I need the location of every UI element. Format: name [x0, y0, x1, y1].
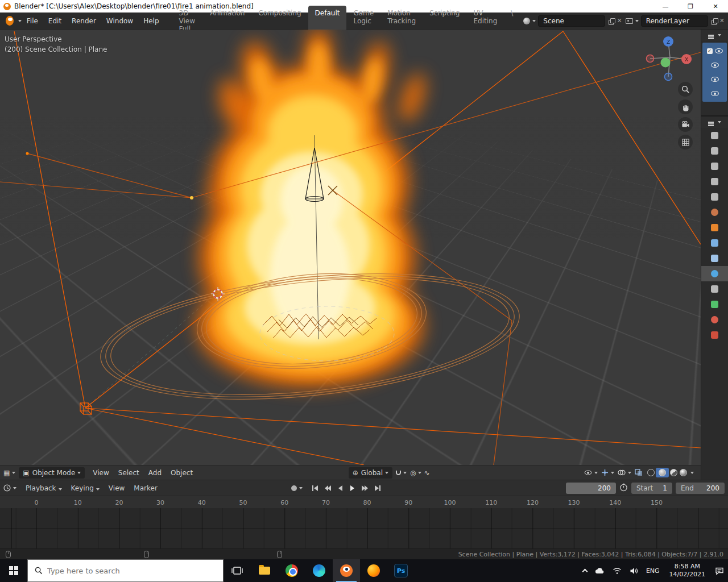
onedrive-icon[interactable]: [591, 559, 609, 582]
viewport-menu-item[interactable]: View: [88, 469, 113, 477]
blender-menu-icon[interactable]: [6, 16, 14, 26]
play-button[interactable]: [347, 483, 358, 493]
viewport-menu-item[interactable]: Select: [114, 469, 144, 477]
timeline-marker-menu[interactable]: Marker: [129, 484, 162, 492]
remove-view-layer-icon[interactable]: ✕: [719, 17, 725, 24]
toggle-ortho-icon[interactable]: [678, 135, 693, 149]
outliner-row[interactable]: ✓: [702, 44, 727, 58]
volume-icon[interactable]: [626, 559, 642, 582]
shading-rendered-button[interactable]: [680, 469, 687, 476]
view-layer-browse[interactable]: [626, 18, 639, 24]
show-gizmo-dropdown[interactable]: [601, 469, 614, 476]
eye-icon[interactable]: [711, 77, 719, 82]
move-view-icon[interactable]: [678, 99, 693, 114]
properties-tab-object[interactable]: [701, 220, 728, 235]
start-button[interactable]: [0, 559, 27, 582]
firefox-icon[interactable]: [360, 559, 387, 582]
properties-tab-particles[interactable]: [701, 251, 728, 266]
search-input[interactable]: [47, 567, 195, 575]
timeline-track-area[interactable]: [0, 508, 728, 548]
file-explorer-icon[interactable]: [251, 559, 278, 582]
preview-range-toggle[interactable]: [619, 483, 628, 493]
edge-icon[interactable]: [305, 559, 333, 582]
photoshop-icon[interactable]: Ps: [387, 559, 415, 582]
properties-tab-object-constraints[interactable]: [701, 281, 728, 297]
taskbar-clock[interactable]: 8:58 AM 14/02/2021: [664, 563, 711, 579]
shading-wireframe-button[interactable]: [647, 469, 655, 476]
properties-tab-physics[interactable]: [701, 266, 728, 281]
scene-browse[interactable]: [523, 18, 536, 24]
menubar-item[interactable]: Window: [101, 17, 138, 25]
properties-tab-texture[interactable]: [701, 327, 728, 343]
snap-dropdown[interactable]: [396, 471, 407, 475]
3d-viewport[interactable]: User Perspective (200) Scene Collection …: [0, 30, 701, 465]
xray-toggle[interactable]: [635, 469, 643, 476]
camera-view-icon[interactable]: [678, 117, 693, 132]
viewport-menu-item[interactable]: Object: [166, 469, 197, 477]
jump-to-prev-keyframe-button[interactable]: [322, 483, 333, 493]
current-frame-field[interactable]: 200: [566, 483, 616, 494]
jump-to-start-button[interactable]: [309, 483, 321, 493]
properties-tab-render[interactable]: [701, 143, 728, 159]
frame-start-field[interactable]: Start 1: [631, 483, 672, 494]
timeline-view-menu[interactable]: View: [104, 484, 129, 492]
language-indicator[interactable]: ENG: [642, 559, 664, 582]
play-reverse-button[interactable]: [334, 483, 346, 493]
outliner-row[interactable]: [702, 72, 727, 86]
outliner-row[interactable]: [702, 58, 727, 72]
new-view-layer-icon[interactable]: [712, 18, 716, 24]
scene-name-field[interactable]: Scene: [538, 15, 605, 27]
eye-icon[interactable]: [715, 48, 723, 53]
maximize-button[interactable]: ❐: [678, 0, 703, 13]
properties-tab-tool[interactable]: [701, 128, 728, 143]
timeline-ruler[interactable]: 0102030405060708090100110120130140150: [0, 496, 728, 508]
visibility-dropdown[interactable]: [584, 470, 598, 475]
outliner-row[interactable]: [702, 86, 727, 101]
navigation-gizmo[interactable]: Z X: [642, 32, 696, 84]
menubar-item[interactable]: Edit: [43, 17, 67, 25]
shading-solid-button[interactable]: [656, 468, 669, 477]
blender-taskbar-icon[interactable]: [333, 559, 360, 582]
checkbox-icon[interactable]: ✓: [707, 48, 713, 54]
viewport-menu-item[interactable]: Add: [144, 469, 166, 477]
mode-dropdown[interactable]: ▣ Object Mode: [19, 467, 85, 479]
keying-menu[interactable]: Keying: [67, 484, 104, 492]
network-icon[interactable]: [609, 559, 626, 582]
hidden-icons-button[interactable]: [579, 559, 591, 582]
menubar-item[interactable]: Help: [138, 17, 164, 25]
jump-to-end-button[interactable]: [372, 483, 383, 493]
menubar-item[interactable]: Render: [67, 17, 101, 25]
unlink-scene-icon[interactable]: ✕: [617, 17, 622, 24]
overlays-dropdown[interactable]: [618, 469, 631, 476]
transform-orientation-dropdown[interactable]: ⊕ Global: [349, 467, 392, 479]
action-center-button[interactable]: [711, 559, 728, 582]
taskbar-search[interactable]: [27, 559, 224, 582]
minimize-button[interactable]: —: [653, 0, 678, 13]
properties-tab-world[interactable]: [701, 205, 728, 220]
properties-editor-type-button[interactable]: [701, 117, 728, 128]
close-button[interactable]: ✕: [703, 0, 728, 13]
auto-keying-toggle[interactable]: [291, 485, 303, 491]
properties-tab-object-data[interactable]: [701, 297, 728, 312]
playback-menu[interactable]: Playback: [21, 484, 67, 492]
task-view-button[interactable]: [224, 559, 251, 582]
new-scene-icon[interactable]: [609, 18, 613, 24]
properties-tab-view-layer[interactable]: [701, 174, 728, 189]
properties-tab-scene[interactable]: [701, 189, 728, 205]
properties-tab-output[interactable]: [701, 159, 728, 174]
editor-type-button[interactable]: ▦: [3, 469, 15, 477]
proportional-edit-dropdown[interactable]: ◎ ∿: [410, 469, 430, 477]
jump-to-next-keyframe-button[interactable]: [359, 483, 371, 493]
timeline-editor-type-button[interactable]: [3, 484, 16, 492]
eye-icon[interactable]: [711, 91, 719, 96]
properties-tab-modifiers[interactable]: [701, 235, 728, 251]
chrome-icon[interactable]: [278, 559, 305, 582]
outliner-editor-type-button[interactable]: [701, 30, 728, 41]
eye-icon[interactable]: [711, 63, 719, 68]
properties-tab-material[interactable]: [701, 312, 728, 327]
zoom-icon[interactable]: [678, 82, 693, 97]
view-layer-field[interactable]: RenderLayer: [641, 15, 708, 27]
menubar-item[interactable]: File: [22, 17, 43, 25]
frame-end-field[interactable]: End 200: [676, 483, 725, 494]
shading-material-button[interactable]: [670, 469, 677, 476]
